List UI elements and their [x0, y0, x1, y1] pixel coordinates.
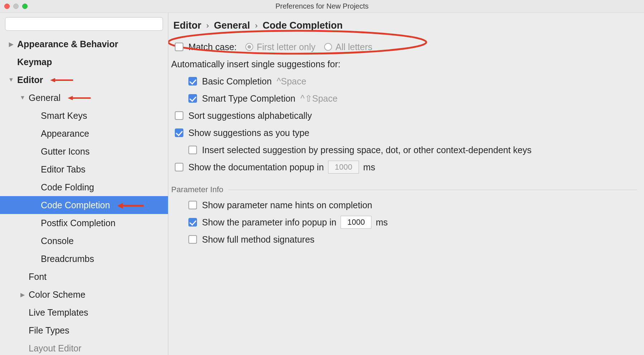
close-icon[interactable] [4, 4, 10, 9]
sidebar-item-file-types[interactable]: ▶ File Types [0, 321, 168, 339]
chevron-right-icon: ▶ [7, 41, 15, 48]
sidebar-item-appearance-editor[interactable]: Appearance [0, 125, 168, 142]
match-case-checkbox[interactable] [175, 43, 183, 51]
sidebar-item-keymap[interactable]: ▶ Keymap [0, 53, 168, 71]
annotation-arrow-icon [116, 203, 141, 208]
doc-popup-label-pre: Show the documentation popup in [188, 162, 324, 172]
basic-completion-label: Basic Completion [202, 76, 272, 87]
sidebar-item-color-scheme[interactable]: ▶ Color Scheme [0, 286, 168, 303]
first-letter-radio[interactable] [245, 43, 253, 51]
match-case-label: Match case: [188, 42, 237, 52]
parameter-info-section: Parameter Info [171, 176, 637, 196]
insert-selected-checkbox[interactable] [188, 146, 197, 154]
match-case-row: Match case: First letter only All letter… [171, 38, 637, 55]
window-controls [4, 4, 28, 9]
param-popup-checkbox[interactable] [188, 218, 197, 227]
basic-completion-checkbox[interactable] [188, 77, 197, 86]
basic-completion-shortcut: ^Space [277, 76, 307, 87]
chevron-right-icon: › [206, 21, 209, 30]
smart-completion-checkbox[interactable] [188, 94, 197, 103]
full-signatures-label: Show full method signatures [202, 234, 314, 245]
param-hints-checkbox[interactable] [188, 201, 197, 209]
doc-popup-label-post: ms [363, 162, 375, 172]
param-hints-label: Show parameter name hints on completion [202, 200, 372, 210]
doc-popup-checkbox[interactable] [175, 163, 183, 171]
show-as-type-label: Show suggestions as you type [188, 128, 309, 138]
annotation-arrow-icon [67, 95, 92, 100]
sidebar-item-code-completion[interactable]: Code Completion [0, 196, 168, 214]
maximize-icon[interactable] [22, 4, 28, 9]
svg-marker-5 [68, 96, 73, 100]
sidebar-item-editor[interactable]: ▼ Editor [0, 71, 168, 89]
breadcrumb-general[interactable]: General [214, 20, 250, 31]
window-title: Preferences for New Projects [0, 2, 644, 10]
chevron-down-icon: ▼ [19, 94, 27, 101]
window-titlebar: Preferences for New Projects [0, 0, 644, 13]
sidebar-item-smart-keys[interactable]: Smart Keys [0, 107, 168, 125]
sidebar-item-layout-editor[interactable]: ▶ Layout Editor [0, 339, 168, 355]
sidebar-item-postfix-completion[interactable]: Postfix Completion [0, 214, 168, 232]
insert-selected-label: Insert selected suggestion by pressing s… [202, 145, 532, 155]
sidebar-item-appearance-behavior[interactable]: ▶ Appearance & Behavior [0, 35, 168, 53]
first-letter-label: First letter only [257, 42, 316, 52]
param-popup-label-post: ms [376, 217, 388, 228]
full-signatures-checkbox[interactable] [188, 235, 197, 244]
svg-marker-3 [50, 78, 55, 82]
svg-marker-7 [117, 203, 123, 209]
sort-alpha-checkbox[interactable] [175, 111, 183, 120]
sidebar-item-gutter-icons[interactable]: Gutter Icons [0, 142, 168, 160]
sidebar-item-live-templates[interactable]: ▶ Live Templates [0, 303, 168, 321]
doc-popup-ms-input[interactable] [328, 161, 359, 174]
breadcrumb-editor[interactable]: Editor [173, 20, 201, 31]
breadcrumb-code-completion: Code Completion [263, 20, 343, 31]
all-letters-radio[interactable] [324, 43, 332, 51]
settings-tree: ▶ Appearance & Behavior ▶ Keymap ▼ Edito… [0, 35, 168, 355]
sidebar-item-font[interactable]: ▶ Font [0, 268, 168, 286]
auto-insert-heading: Automatically insert single suggestions … [171, 55, 637, 73]
settings-panel: Editor › General › Code Completion Match… [168, 13, 644, 355]
annotation-arrow-icon [49, 77, 75, 82]
sidebar-item-console[interactable]: Console [0, 232, 168, 250]
all-letters-label: All letters [336, 42, 373, 52]
chevron-right-icon: › [255, 21, 258, 30]
chevron-right-icon: ▶ [19, 291, 27, 298]
search-input[interactable] [5, 17, 163, 31]
param-popup-ms-input[interactable] [341, 216, 371, 229]
smart-completion-shortcut: ^⇧Space [301, 93, 338, 104]
chevron-down-icon: ▼ [7, 77, 15, 83]
breadcrumb: Editor › General › Code Completion [171, 18, 637, 38]
param-popup-label-pre: Show the parameter info popup in [202, 217, 336, 228]
sort-alpha-label: Sort suggestions alphabetically [188, 111, 312, 121]
sidebar-item-code-folding[interactable]: Code Folding [0, 178, 168, 196]
smart-completion-label: Smart Type Completion [202, 93, 295, 104]
sidebar-item-general[interactable]: ▼ General [0, 89, 168, 107]
sidebar-item-editor-tabs[interactable]: Editor Tabs [0, 160, 168, 178]
show-as-type-checkbox[interactable] [175, 128, 183, 137]
sidebar: ▶ Appearance & Behavior ▶ Keymap ▼ Edito… [0, 13, 168, 355]
minimize-icon[interactable] [13, 4, 19, 9]
sidebar-item-breadcrumbs[interactable]: Breadcrumbs [0, 250, 168, 268]
